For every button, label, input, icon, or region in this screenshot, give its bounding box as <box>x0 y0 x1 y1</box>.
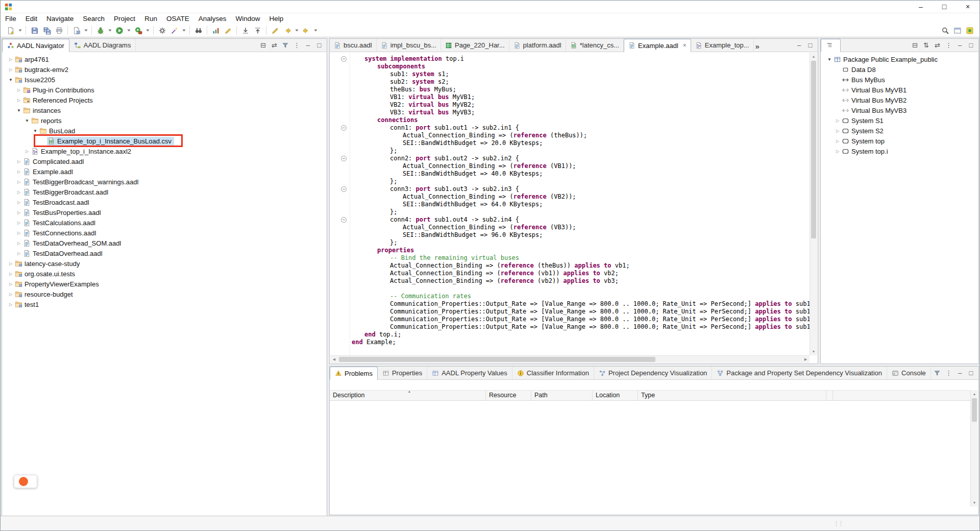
code-line[interactable]: −system implementation top.i <box>330 55 810 63</box>
editor-scroll-thumb[interactable] <box>811 61 816 238</box>
code-line[interactable]: Communication_Properties::Output_Rate =>… <box>330 300 810 308</box>
code-line[interactable]: theBus: bus MyBus; <box>330 86 810 93</box>
dropdown-icon[interactable] <box>107 25 113 36</box>
nav-item-resource-budget[interactable]: ▷resource-budget <box>2 289 327 299</box>
fold-collapse-icon[interactable]: − <box>341 186 347 192</box>
collapse-arrow-icon[interactable]: ▼ <box>32 129 39 133</box>
outline-item-system-s1[interactable]: ▷System S1 <box>821 115 978 126</box>
view-tab-project-dependency-visualization[interactable]: Project Dependency Visualization <box>594 367 712 379</box>
prev-annotation-icon[interactable] <box>252 25 263 36</box>
expand-arrow-icon[interactable]: ▷ <box>834 139 841 143</box>
expand-arrow-icon[interactable]: ▷ <box>834 118 841 123</box>
outline-item-data-d8[interactable]: Data D8 <box>821 64 978 75</box>
menu-analyses[interactable]: Analyses <box>194 14 231 23</box>
back-icon[interactable] <box>281 25 293 36</box>
nav-item-busload[interactable]: ▼BusLoad <box>2 126 327 136</box>
minimize-button[interactable]: – <box>909 1 933 13</box>
chart-icon[interactable] <box>210 25 222 36</box>
nav-item-test1[interactable]: ▷test1 <box>2 299 327 309</box>
editor-hscroll-thumb[interactable] <box>339 357 655 362</box>
code-line[interactable]: }; <box>330 147 810 155</box>
collapse-all-icon[interactable]: ⊟ <box>259 42 267 49</box>
code-line[interactable]: −conn2: port sub1.out2 -> sub2.in2 { <box>330 155 810 162</box>
search-icon[interactable] <box>939 25 951 36</box>
menu-project[interactable]: Project <box>109 14 140 23</box>
expand-arrow-icon[interactable]: ▷ <box>7 292 14 297</box>
scroll-down-icon[interactable]: ▼ <box>810 348 817 355</box>
expand-arrow-icon[interactable]: ▷ <box>834 129 841 133</box>
save-icon[interactable] <box>29 25 40 36</box>
expand-arrow-icon[interactable]: ▷ <box>15 180 22 184</box>
maximize-icon[interactable]: □ <box>967 370 975 376</box>
expand-arrow-icon[interactable]: ▷ <box>834 149 841 154</box>
code-line[interactable]: Actual_Connection_Binding => (reference … <box>330 193 810 201</box>
print-icon[interactable] <box>53 25 65 36</box>
nav-item-instances[interactable]: ▼instances <box>2 105 327 115</box>
view-tab-aadl-property-values[interactable]: AADL Property Values <box>427 367 512 379</box>
scroll-right-icon[interactable]: ▶ <box>802 356 810 363</box>
outline-item-system-s2[interactable]: ▷System S2 <box>821 126 978 136</box>
nav-item-testdataoverhead-aadl[interactable]: ▷TestDataOverhead.aadl <box>2 248 327 258</box>
dropdown-icon[interactable] <box>126 25 132 36</box>
nav-item-propertyviewerexamples[interactable]: ▷PropertyViewerExamples <box>2 279 327 289</box>
navigator-tab-aadl-diagrams[interactable]: AADL Diagrams <box>69 39 136 52</box>
collapse-arrow-icon[interactable]: ▼ <box>15 108 22 113</box>
fold-collapse-icon[interactable]: − <box>341 217 347 223</box>
view-tab-classifier-information[interactable]: Classifier Information <box>512 367 594 379</box>
link-with-editor-icon[interactable]: ⇄ <box>934 42 941 49</box>
problems-scrollbar[interactable]: ▲ ▼ <box>970 390 978 506</box>
nav-item-example-aadl[interactable]: ▷Example.aadl <box>2 166 327 177</box>
code-line[interactable]: end top.i; <box>330 331 810 339</box>
dropdown-icon[interactable] <box>312 25 318 36</box>
expand-arrow-icon[interactable]: ▷ <box>15 159 22 164</box>
nav-item-testcalculations-aadl[interactable]: ▷TestCalculations.aadl <box>2 218 327 228</box>
collapse-arrow-icon[interactable]: ▼ <box>826 57 833 62</box>
expand-arrow-icon[interactable]: ▷ <box>15 241 22 246</box>
minimize-icon[interactable]: – <box>304 42 312 49</box>
outline-item-system-top[interactable]: ▷System top <box>821 136 978 146</box>
column-header-resource[interactable]: Resource <box>486 391 531 400</box>
nav-item-issue2205[interactable]: ▼Issue2205 <box>2 75 327 85</box>
code-line[interactable]: end Example; <box>330 339 810 346</box>
code-line[interactable]: -- Communication rates <box>330 293 810 300</box>
more-tabs-chevron[interactable]: » <box>754 39 762 52</box>
sort-icon[interactable]: ⇅ <box>922 42 930 49</box>
nav-item-example-top-i-instance-busload-csv[interactable]: Example_top_i_Instance_BusLoad.csv <box>2 136 327 146</box>
dropdown-icon[interactable] <box>293 25 300 36</box>
code-line[interactable]: Actual_Connection_Binding => (reference … <box>330 270 810 277</box>
editor-tab-page-220-har[interactable]: Page_220_Har... <box>441 39 509 52</box>
expand-arrow-icon[interactable]: ▷ <box>15 170 22 174</box>
nav-item-referenced-projects[interactable]: ▷Referenced Projects <box>2 95 327 105</box>
new-package-icon[interactable] <box>70 25 82 36</box>
menu-help[interactable]: Help <box>264 14 288 23</box>
menu-osate[interactable]: OSATE <box>162 14 194 23</box>
view-tab-package-and-property-set-dependency-visualization[interactable]: Package and Property Set Dependency Visu… <box>712 367 887 379</box>
code-line[interactable]: }; <box>330 208 810 216</box>
menu-edit[interactable]: Edit <box>21 14 42 23</box>
code-line[interactable]: connections <box>330 116 810 124</box>
code-line[interactable]: subcomponents <box>330 63 810 70</box>
outline-item-bus-mybus[interactable]: Bus MyBus <box>821 75 978 85</box>
code-line[interactable]: properties <box>330 247 810 254</box>
column-header-type[interactable]: Type <box>638 391 826 400</box>
forward-icon[interactable] <box>300 25 312 36</box>
nav-item-arp4761[interactable]: ▷arp4761 <box>2 54 327 64</box>
menu-window[interactable]: Window <box>231 14 264 23</box>
outline-item-system-top-i[interactable]: ▷System top.i <box>821 146 978 156</box>
minimize-icon[interactable]: – <box>795 42 803 49</box>
outline-item-virtual-bus-myvb3[interactable]: Virtual Bus MyVB3 <box>821 105 978 115</box>
wand-icon[interactable] <box>168 25 180 36</box>
minimize-icon[interactable]: – <box>956 42 964 49</box>
minimize-icon[interactable]: – <box>956 370 964 376</box>
expand-arrow-icon[interactable]: ▷ <box>15 221 22 225</box>
expand-arrow-icon[interactable]: ▷ <box>15 200 22 205</box>
code-line[interactable]: Communication_Properties::Output_Rate =>… <box>330 323 810 331</box>
expand-arrow-icon[interactable]: ▷ <box>15 231 22 235</box>
navigator-tab-aadl-navigator[interactable]: AADL Navigator <box>2 39 69 52</box>
scroll-up-icon[interactable]: ▲ <box>810 53 817 60</box>
editor-window-icon[interactable] <box>951 25 963 36</box>
expand-arrow-icon[interactable]: ▷ <box>15 88 22 92</box>
open-type-icon[interactable] <box>192 25 204 36</box>
code-line[interactable]: Actual_Connection_Binding => (reference … <box>330 277 810 285</box>
nav-item-example-top-i-instance-aaxl2[interactable]: ▷Example_top_i_Instance.aaxl2 <box>2 146 327 156</box>
